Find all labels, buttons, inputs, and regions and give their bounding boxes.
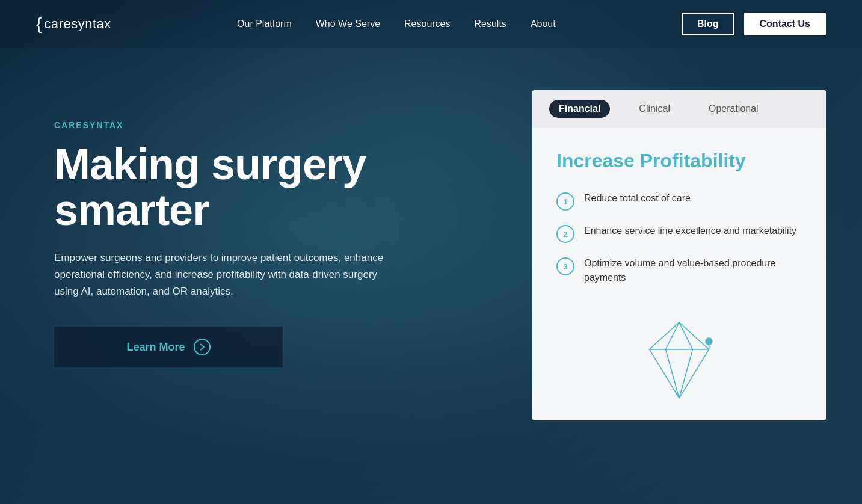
nav-our-platform[interactable]: Our Platform [237,19,292,29]
card-body: Increase Profitability 1 Reduce total co… [532,128,826,420]
blog-button[interactable]: Blog [682,13,734,35]
benefit-number-1: 1 [556,192,574,211]
benefits-list: 1 Reduce total cost of care 2 Enhance se… [556,191,802,284]
nav-results[interactable]: Results [475,19,506,29]
logo-bracket: { [36,16,42,32]
tab-clinical[interactable]: Clinical [629,100,680,118]
svg-marker-0 [650,322,709,398]
svg-line-4 [666,349,680,398]
nav-actions: Blog Contact Us [682,13,826,35]
benefit-number-2: 2 [556,225,574,243]
nav-resources[interactable]: Resources [404,19,450,29]
svg-line-3 [679,322,693,349]
card-title: Increase Profitability [556,149,802,172]
benefit-text-2: Enhance service line excellence and mark… [584,224,796,238]
benefits-card: Financial Clinical Operational Increase … [532,90,826,420]
benefit-text-3: Optimize volume and value-based procedur… [584,256,802,284]
hero-content: CARESYNTAX Making surgery smarter Empowe… [54,96,475,367]
hero-section: CARESYNTAX Making surgery smarter Empowe… [0,48,862,504]
benefit-item-3: 3 Optimize volume and value-based proced… [556,256,802,284]
tab-operational[interactable]: Operational [699,100,768,118]
nav-links: Our Platform Who We Serve Resources Resu… [237,19,556,29]
logo[interactable]: { caresyntax [36,16,111,32]
benefit-text-1: Reduce total cost of care [584,191,691,205]
main-nav: { caresyntax Our Platform Who We Serve R… [0,0,862,48]
logo-wordmark: caresyntax [44,16,111,32]
svg-line-5 [679,349,693,398]
learn-more-button[interactable]: Learn More [54,327,283,367]
nav-who-we-serve[interactable]: Who We Serve [316,19,380,29]
hero-title: Making surgery smarter [54,142,475,233]
tab-financial[interactable]: Financial [549,100,610,118]
svg-line-2 [666,322,680,349]
benefit-number-3: 3 [556,257,574,275]
nav-about[interactable]: About [531,19,556,29]
arrow-circle-icon [194,339,211,355]
diamond-illustration [556,306,802,420]
hero-description: Empower surgeons and providers to improv… [54,250,391,300]
benefit-item-1: 1 Reduce total cost of care [556,191,802,211]
hero-eyebrow: CARESYNTAX [54,120,475,130]
contact-us-button[interactable]: Contact Us [744,13,826,35]
benefit-item-2: 2 Enhance service line excellence and ma… [556,224,802,243]
card-tabs: Financial Clinical Operational [532,90,826,128]
svg-point-6 [706,338,712,345]
